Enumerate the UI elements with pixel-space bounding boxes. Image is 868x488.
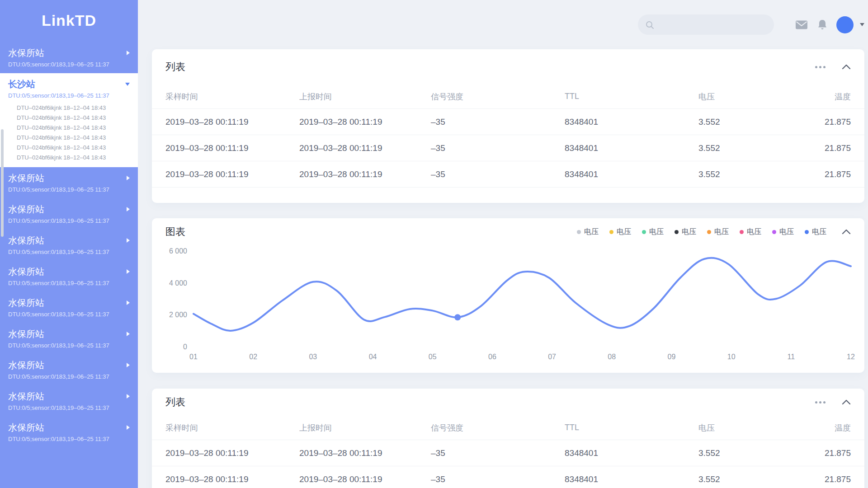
y-tick-label: 4 000 xyxy=(169,280,187,287)
chevron-up-icon xyxy=(842,229,851,235)
more-options-button[interactable] xyxy=(815,66,826,68)
table-header-cell: 电压 xyxy=(698,422,798,433)
sensor-item[interactable]: DTU–024bf6ikjnk 18–12–04 18:43 xyxy=(17,133,130,143)
legend-item[interactable]: 电压 xyxy=(772,227,794,237)
x-tick-label: 04 xyxy=(369,353,377,361)
table-cell: 2019–03–28 00:11:19 xyxy=(299,448,431,458)
table-cell: 21.875 xyxy=(798,474,851,484)
notifications-button[interactable] xyxy=(817,19,828,31)
sidebar-item[interactable]: 水保所站DTU:0/5;sensor:0/183,19–06–25 11:37 xyxy=(0,261,138,292)
x-axis-labels: 010203040506070809101112 xyxy=(193,353,851,362)
legend-item[interactable]: 电压 xyxy=(609,227,631,237)
x-tick-label: 10 xyxy=(727,353,736,361)
station-subtitle: DTU:0/5;sensor:0/183,19–06–25 11:37 xyxy=(8,342,130,349)
table-cell: 21.875 xyxy=(798,448,851,458)
chevron-right-icon xyxy=(127,425,130,430)
chevron-up-icon xyxy=(842,64,851,70)
collapse-button[interactable] xyxy=(842,399,851,405)
table-cell: 2019–03–28 00:11:19 xyxy=(299,143,431,153)
x-tick-label: 09 xyxy=(668,353,676,361)
legend-item[interactable]: 电压 xyxy=(707,227,729,237)
table-header-row: 采样时间上报时间信号强度TTL电压温度 xyxy=(152,84,864,109)
table-cell: –35 xyxy=(431,448,565,458)
table-cell: –35 xyxy=(431,169,565,179)
sensor-item[interactable]: DTU–024bf6ikjnk 18–12–04 18:43 xyxy=(17,143,130,153)
table-row[interactable]: 2019–03–28 00:11:192019–03–28 00:11:19–3… xyxy=(152,466,864,488)
chevron-right-icon xyxy=(127,300,130,305)
table-row[interactable]: 2019–03–28 00:11:192019–03–28 00:11:19–3… xyxy=(152,161,864,188)
sensor-item[interactable]: DTU–024bf6ikjnk 18–12–04 18:43 xyxy=(17,123,130,133)
sensor-item[interactable]: DTU–024bf6ikjnk 18–12–04 18:43 xyxy=(17,103,130,113)
sensor-item[interactable]: DTU–024bf6ikjnk 18–12–04 18:43 xyxy=(17,153,130,163)
avatar[interactable] xyxy=(836,16,854,33)
sidebar-item[interactable]: 水保所站DTU:0/5;sensor:0/183,19–06–25 11:37 xyxy=(0,354,138,385)
legend-item[interactable]: 电压 xyxy=(740,227,761,237)
table-cell: 2019–03–28 00:11:19 xyxy=(299,474,431,484)
legend-item[interactable]: 电压 xyxy=(577,227,599,237)
legend-dot-icon xyxy=(609,230,613,234)
sidebar-item[interactable]: 水保所站DTU:0/5;sensor:0/183,19–06–25 11:37 xyxy=(0,292,138,323)
station-subtitle: DTU:0/5;sensor:0/183,19–06–25 11:37 xyxy=(8,373,130,380)
collapse-button[interactable] xyxy=(842,229,851,235)
legend-dot-icon xyxy=(805,230,809,234)
topbar xyxy=(152,0,864,35)
chevron-right-icon xyxy=(127,363,130,367)
series-marker[interactable] xyxy=(454,314,461,320)
sidebar-item[interactable]: 水保所站DTU:0/5;sensor:0/183,19–06–25 11:37 xyxy=(0,167,138,198)
sidebar-item[interactable]: 水保所站DTU:0/5;sensor:0/183,19–06–25 11:37 xyxy=(0,323,138,354)
table-cell: –35 xyxy=(431,474,565,484)
main-content: 列表 采样时间上报时间信号强度TTL电压温度2019–03–28 00:11:1… xyxy=(138,0,868,488)
sensor-item[interactable]: DTU–024bf6ikjnk 18–12–04 18:43 xyxy=(17,113,130,123)
legend-item[interactable]: 电压 xyxy=(675,227,696,237)
sensor-list: DTU–024bf6ikjnk 18–12–04 18:43DTU–024bf6… xyxy=(8,103,130,163)
card-title: 图表 xyxy=(165,225,185,239)
chevron-right-icon xyxy=(127,176,130,180)
sidebar-scrollbar[interactable] xyxy=(1,129,4,237)
x-tick-label: 08 xyxy=(608,353,616,361)
table-row[interactable]: 2019–03–28 00:11:192019–03–28 00:11:19–3… xyxy=(152,135,864,161)
sidebar-item-expanded[interactable]: 长沙站DTU:0/5;sensor:0/183,19–06–25 11:37DT… xyxy=(0,73,138,167)
chart-area: 6 0004 0002 0000 01020304050607080910111… xyxy=(165,245,851,373)
table-cell: –35 xyxy=(431,117,565,127)
chart-card: 图表 电压电压电压电压电压电压电压电压 6 0004 0002 0000 010… xyxy=(152,218,864,373)
user-menu-button[interactable] xyxy=(860,23,864,26)
x-tick-label: 11 xyxy=(788,353,795,361)
station-subtitle: DTU:0/5;sensor:0/183,19–06–25 11:37 xyxy=(8,311,130,318)
legend-label: 电压 xyxy=(812,227,826,237)
table-cell: 8348401 xyxy=(565,117,698,127)
table-header-cell: 上报时间 xyxy=(299,422,431,433)
legend-dot-icon xyxy=(675,230,679,234)
card-header: 图表 电压电压电压电压电压电压电压电压 xyxy=(152,218,864,245)
chart-legend: 电压电压电压电压电压电压电压电压 xyxy=(577,227,826,237)
table-header-cell: TTL xyxy=(565,423,698,432)
mail-button[interactable] xyxy=(795,20,808,30)
sidebar-item[interactable]: 水保所站DTU:0/5;sensor:0/183,19–06–25 11:37 xyxy=(0,198,138,230)
ellipsis-icon xyxy=(815,401,817,404)
table-cell: 2019–03–28 00:11:19 xyxy=(165,448,299,458)
sidebar-item[interactable]: 水保所站DTU:0/5;sensor:0/183,19–06–25 11:37 xyxy=(0,42,138,73)
sidebar-item[interactable]: 水保所站DTU:0/5;sensor:0/183,19–06–25 11:37 xyxy=(0,417,138,448)
search-icon xyxy=(645,20,654,29)
table-row[interactable]: 2019–03–28 00:11:192019–03–28 00:11:19–3… xyxy=(152,440,864,466)
table-header-cell: 温度 xyxy=(798,422,851,433)
table-cell: 21.875 xyxy=(798,143,851,153)
app-logo: LinkTD xyxy=(0,0,138,29)
legend-item[interactable]: 电压 xyxy=(805,227,826,237)
y-tick-label: 0 xyxy=(183,343,187,351)
station-title: 长沙站 xyxy=(8,78,35,90)
sidebar-item[interactable]: 水保所站DTU:0/5;sensor:0/183,19–06–25 11:37 xyxy=(0,385,138,417)
sidebar-item[interactable]: 水保所站DTU:0/5;sensor:0/183,19–06–25 11:37 xyxy=(0,230,138,261)
station-title: 水保所站 xyxy=(8,266,44,277)
station-title: 水保所站 xyxy=(8,47,44,59)
table-row[interactable]: 2019–03–28 00:11:192019–03–28 00:11:19–3… xyxy=(152,109,864,135)
search-box[interactable] xyxy=(638,14,774,35)
legend-item[interactable]: 电压 xyxy=(642,227,664,237)
data-table: 采样时间上报时间信号强度TTL电压温度2019–03–28 00:11:1920… xyxy=(152,84,864,188)
table-cell: 2019–03–28 00:11:19 xyxy=(165,474,299,484)
collapse-button[interactable] xyxy=(842,64,851,70)
search-input[interactable] xyxy=(659,20,762,29)
data-table: 采样时间上报时间信号强度TTL电压温度2019–03–28 00:11:1920… xyxy=(152,416,864,488)
legend-label: 电压 xyxy=(682,227,696,237)
more-options-button[interactable] xyxy=(815,401,826,404)
chart-plot xyxy=(193,251,851,347)
